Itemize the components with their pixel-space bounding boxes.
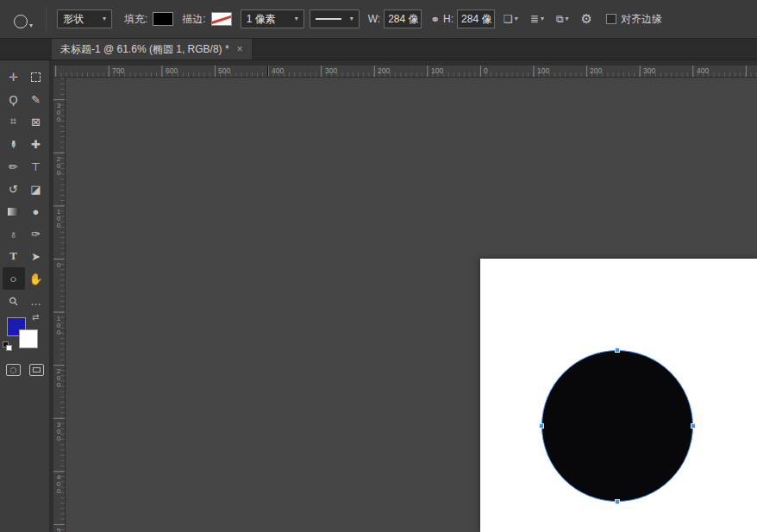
pen-tool[interactable]: ✑: [25, 222, 47, 245]
anchor-point-bottom[interactable]: [615, 499, 620, 504]
ruler-mark-label: 100: [537, 66, 549, 75]
ruler-mark-label: 400: [697, 66, 709, 75]
pen-tool-icon: ✑: [31, 228, 41, 241]
stroke-style-select[interactable]: ▾: [310, 9, 360, 28]
document-tab[interactable]: 未标题-1 @ 61.6% (椭圆 1, RGB/8) *×: [52, 39, 253, 59]
path-operations-button[interactable]: ❑ ▾: [500, 11, 522, 27]
zoom-tool[interactable]: ⚲: [3, 290, 25, 312]
ruler-mark-label: 100: [56, 209, 61, 229]
hand-tool[interactable]: ✋: [25, 267, 47, 290]
ruler-mark-label: 300: [56, 103, 61, 123]
quick-mask-button[interactable]: [6, 364, 21, 376]
frame-tool-icon: ⊠: [31, 116, 41, 128]
path-operations-icon: ❑: [504, 13, 513, 25]
brush-tool[interactable]: ✏: [3, 155, 25, 178]
crop-tool-icon: ⌗: [10, 115, 16, 128]
rectangular-marquee-tool[interactable]: [25, 66, 47, 88]
path-alignment-button[interactable]: ≣ ▾: [527, 11, 547, 27]
eyedropper-tool-icon: ✒: [7, 140, 20, 149]
link-dimensions-icon[interactable]: ⚭: [427, 11, 443, 28]
stroke-width-input[interactable]: 1 像素 ▾: [241, 9, 304, 28]
quick-selection-tool[interactable]: ✎: [25, 88, 47, 110]
caret-down-icon: ▾: [515, 16, 518, 22]
path-arrangement-button[interactable]: ⧉ ▾: [553, 11, 572, 27]
path-selection-tool[interactable]: ➤: [25, 245, 47, 267]
crop-tool[interactable]: ⌗: [3, 110, 25, 133]
document-canvas[interactable]: [480, 259, 757, 532]
tool-mode-select[interactable]: 形状 ▾: [57, 9, 112, 28]
height-input[interactable]: 284 像: [457, 9, 495, 28]
dodge-tool[interactable]: ♁: [3, 222, 25, 245]
ellipse-tool[interactable]: ○: [3, 267, 25, 290]
color-wells: ⇄: [0, 310, 50, 364]
horizontal-ruler[interactable]: 7006005004003002001000100200300400: [53, 66, 757, 78]
healing-brush-tool[interactable]: ✚: [25, 133, 47, 155]
eyedropper-tool[interactable]: ✒: [3, 133, 25, 155]
ruler-cursor-indicator: [267, 66, 268, 78]
ruler-mark-label: 300: [56, 422, 61, 442]
width-input[interactable]: 284 像: [384, 9, 422, 28]
gradient-tool-icon: [8, 208, 19, 216]
no-color-indicator: [211, 15, 232, 24]
align-edges-checkbox[interactable]: [606, 14, 616, 24]
frame-tool[interactable]: ⊠: [25, 110, 47, 133]
ruler-mark-label: 100: [56, 316, 61, 336]
rectangular-marquee-tool-icon: [31, 72, 41, 82]
eraser-tool-icon: ◪: [30, 183, 41, 196]
history-brush-tool-icon: ↺: [9, 183, 18, 196]
anchor-point-right[interactable]: [691, 423, 696, 429]
default-colors-icon[interactable]: [3, 341, 13, 352]
background-color-swatch[interactable]: [19, 329, 38, 348]
align-edges-label: 对齐边缘: [621, 12, 662, 27]
move-tool[interactable]: ✛: [3, 66, 25, 88]
stroke-style-preview-icon: [316, 18, 341, 20]
swap-colors-icon[interactable]: ⇄: [32, 312, 39, 322]
height-value: 284 像: [461, 12, 491, 27]
history-brush-tool[interactable]: ↺: [3, 178, 25, 200]
lasso-tool[interactable]: Ϙ: [3, 88, 25, 110]
tools-grid: ✛Ϙ✎⌗⊠✒✚✏⊤↺◪●♁✑T➤○✋⚲…: [0, 60, 49, 312]
ruler-mark-label: 100: [431, 66, 443, 75]
stroke-color-swatch[interactable]: [211, 12, 232, 26]
quick-mask-icon: [10, 367, 16, 373]
stroke-width-value: 1 像素: [247, 12, 276, 27]
ruler-mark-label: 500: [218, 66, 230, 75]
ruler-mark-label: 300: [325, 66, 337, 75]
anchor-point-top[interactable]: [615, 347, 620, 353]
ellipse-tool-icon: ○: [10, 272, 17, 285]
type-tool[interactable]: T: [3, 245, 25, 267]
ruler-mark-label: 500: [56, 528, 61, 532]
tool-preset-picker[interactable]: ▾: [4, 5, 42, 33]
caret-down-icon: ▾: [295, 16, 298, 22]
fill-color-swatch[interactable]: [153, 12, 173, 26]
ruler-mark-label: 200: [590, 66, 602, 75]
tools-panel-footer: [0, 364, 50, 376]
ruler-mark-label: 700: [112, 66, 124, 75]
eraser-tool[interactable]: ◪: [25, 178, 47, 200]
more-tools[interactable]: …: [25, 290, 47, 312]
path-selection-tool-icon: ➤: [31, 250, 41, 263]
path-alignment-icon: ≣: [530, 13, 539, 25]
hand-tool-icon: ✋: [28, 272, 42, 285]
tools-panel: ✛Ϙ✎⌗⊠✒✚✏⊤↺◪●♁✑T➤○✋⚲… ⇄: [0, 60, 50, 532]
caret-down-icon: ▾: [29, 22, 33, 29]
gear-icon[interactable]: ⚙: [578, 9, 596, 28]
blur-tool[interactable]: ●: [25, 200, 47, 222]
ruler-mark-label: 600: [166, 66, 178, 75]
gradient-tool[interactable]: [3, 200, 25, 222]
canvas-viewport[interactable]: [66, 78, 757, 532]
clone-stamp-tool[interactable]: ⊤: [25, 155, 47, 178]
more-tools-icon: …: [30, 295, 41, 308]
caret-down-icon: ▾: [565, 16, 568, 22]
default-background-mini: [6, 345, 12, 351]
screen-mode-button[interactable]: [29, 364, 44, 376]
type-tool-icon: T: [9, 249, 17, 263]
screen-mode-icon: [33, 367, 41, 372]
fill-label: 填充:: [124, 12, 147, 27]
photoshop-window: ▾ 形状 ▾ 填充: 描边: 1 像素 ▾ ▾ W: 284 像 ⚭ H: 28…: [0, 0, 757, 532]
anchor-point-left[interactable]: [539, 423, 544, 429]
dodge-tool-icon: ♁: [9, 228, 18, 241]
tab-close-icon[interactable]: ×: [237, 43, 243, 55]
vertical-ruler[interactable]: 3002001000100200300400500: [53, 78, 66, 532]
ellipse-shape[interactable]: [541, 350, 693, 502]
